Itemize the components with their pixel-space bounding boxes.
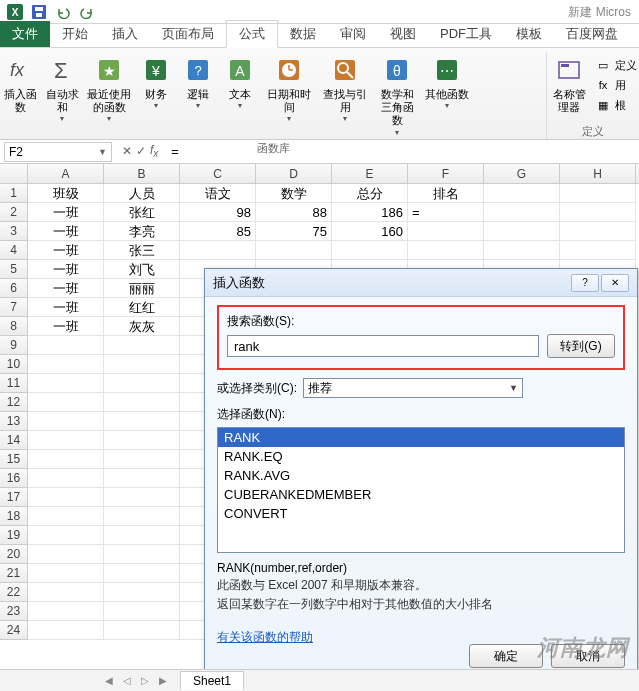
cell[interactable] [104,526,180,545]
fx-bar-icon[interactable]: fx [150,143,158,159]
row-header[interactable]: 16 [0,469,28,488]
chevron-down-icon[interactable]: ▼ [98,147,107,157]
cell[interactable] [180,241,256,260]
cancel-button[interactable]: 取消 [551,644,625,668]
cell[interactable]: 98 [180,203,256,222]
create-from-selection-button[interactable]: ▦根 [593,96,639,114]
row-header[interactable]: 14 [0,431,28,450]
sheet-nav-first[interactable]: ◀ [100,675,118,686]
cell[interactable]: 总分 [332,184,408,203]
cell[interactable]: 张红 [104,203,180,222]
cell[interactable]: 一班 [28,222,104,241]
tab-home[interactable]: 开始 [50,21,100,47]
cell[interactable] [28,412,104,431]
cell[interactable]: 人员 [104,184,180,203]
cell[interactable]: = [408,203,484,222]
cell[interactable] [484,241,560,260]
cell[interactable]: 数学 [256,184,332,203]
cell[interactable] [28,488,104,507]
cell[interactable] [28,336,104,355]
function-item[interactable]: RANK.AVG [218,466,624,485]
tab-formulas[interactable]: 公式 [226,20,278,48]
row-header[interactable]: 7 [0,298,28,317]
cell[interactable] [104,393,180,412]
dialog-titlebar[interactable]: 插入函数 ? ✕ [205,269,637,297]
cell[interactable] [104,374,180,393]
row-header[interactable]: 8 [0,317,28,336]
row-header[interactable]: 5 [0,260,28,279]
cell[interactable] [484,203,560,222]
row-header[interactable]: 12 [0,393,28,412]
row-header[interactable]: 2 [0,203,28,222]
recent-functions-button[interactable]: ★ 最近使用的函数▾ [84,52,134,139]
function-item[interactable]: RANK [218,428,624,447]
cell[interactable] [104,431,180,450]
cell[interactable] [104,412,180,431]
cell[interactable]: 一班 [28,279,104,298]
autosum-button[interactable]: Σ 自动求和▾ [42,52,82,139]
insert-function-button[interactable]: fx 插入函数 [0,52,40,139]
cell[interactable] [104,583,180,602]
row-header[interactable]: 15 [0,450,28,469]
row-header[interactable]: 11 [0,374,28,393]
row-header[interactable]: 10 [0,355,28,374]
cell[interactable] [28,564,104,583]
cell[interactable] [104,488,180,507]
cell[interactable] [104,621,180,640]
cancel-formula-icon[interactable]: ✕ [122,144,132,158]
tab-baidu[interactable]: 百度网盘 [554,21,630,47]
undo-icon[interactable] [52,1,74,23]
cell[interactable]: 语文 [180,184,256,203]
row-header[interactable]: 9 [0,336,28,355]
row-header[interactable]: 13 [0,412,28,431]
cell[interactable] [28,621,104,640]
math-button[interactable]: θ 数学和三角函数▾ [374,52,420,139]
cell[interactable] [28,526,104,545]
cell[interactable] [104,355,180,374]
cell[interactable] [28,545,104,564]
select-all-corner[interactable] [0,164,28,183]
datetime-button[interactable]: 日期和时间▾ [262,52,316,139]
tab-review[interactable]: 审阅 [328,21,378,47]
col-header[interactable]: A [28,164,104,183]
row-header[interactable]: 24 [0,621,28,640]
text-button[interactable]: A 文本▾ [220,52,260,139]
cell[interactable] [332,241,408,260]
cell[interactable] [28,469,104,488]
col-header[interactable]: F [408,164,484,183]
cell[interactable] [104,336,180,355]
cell[interactable] [104,469,180,488]
lookup-button[interactable]: 查找与引用▾ [318,52,372,139]
cell[interactable] [28,374,104,393]
col-header[interactable]: E [332,164,408,183]
redo-icon[interactable] [76,1,98,23]
function-list[interactable]: RANK RANK.EQ RANK.AVG CUBERANKEDMEMBER C… [217,427,625,553]
sheet-nav-last[interactable]: ▶ [154,675,172,686]
more-functions-button[interactable]: ⋯ 其他函数▾ [422,52,472,139]
cell[interactable]: 一班 [28,241,104,260]
row-header[interactable]: 1 [0,184,28,203]
function-item[interactable]: CUBERANKEDMEMBER [218,485,624,504]
cell[interactable] [560,241,636,260]
row-header[interactable]: 22 [0,583,28,602]
col-header[interactable]: H [560,164,636,183]
cell[interactable]: 75 [256,222,332,241]
financial-button[interactable]: ¥ 财务▾ [136,52,176,139]
col-header[interactable]: B [104,164,180,183]
tab-view[interactable]: 视图 [378,21,428,47]
cell[interactable] [28,507,104,526]
cell[interactable] [560,222,636,241]
cell[interactable] [104,602,180,621]
cell[interactable]: 丽丽 [104,279,180,298]
tab-pdf[interactable]: PDF工具 [428,21,504,47]
cell[interactable] [484,184,560,203]
name-manager-button[interactable]: 名称管理器 [547,52,591,122]
sheet-tab[interactable]: Sheet1 [180,671,244,690]
cell[interactable]: 一班 [28,317,104,336]
tab-template[interactable]: 模板 [504,21,554,47]
name-box[interactable]: F2 ▼ [4,142,112,162]
cell[interactable]: 一班 [28,203,104,222]
function-item[interactable]: CONVERT [218,504,624,523]
row-header[interactable]: 19 [0,526,28,545]
cell[interactable] [560,184,636,203]
